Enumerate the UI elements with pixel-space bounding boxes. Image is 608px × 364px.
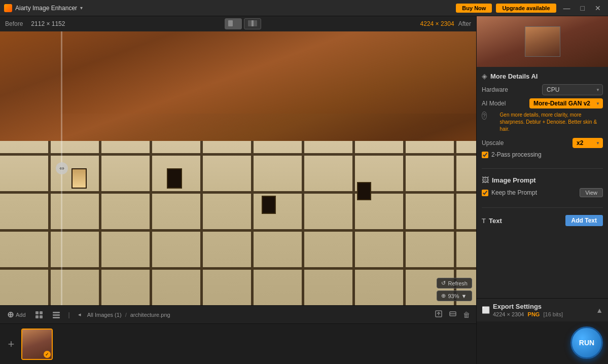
divider-handle-icon[interactable]: ⇔ <box>56 162 68 174</box>
upscale-select[interactable]: x2 x3 x4 <box>573 138 603 148</box>
svg-rect-5 <box>40 311 43 314</box>
app-icon <box>4 4 12 12</box>
split-view-button[interactable] <box>225 18 242 29</box>
after-dimensions: 4224 × 2304 <box>420 20 454 27</box>
image-viewer[interactable]: ⇔ ↺ Refresh ⊕ 93% ▼ <box>0 31 476 305</box>
breadcrumb-path: All Images (1) <box>87 312 122 318</box>
titlebar-left: Aiarty Image Enhancer ▾ <box>4 4 83 12</box>
ai-description-row: ? Gen more details, more clarity, more s… <box>482 112 603 135</box>
zoom-button[interactable]: ⊕ 93% ▼ <box>437 290 472 301</box>
text-section: T Text Add Text <box>482 215 603 229</box>
delete-button[interactable]: 🗑 <box>461 310 472 320</box>
hardware-row: Hardware CPU GPU <box>482 84 603 95</box>
image-prompt-title: Image Prompt <box>492 176 536 184</box>
right-panel: ◈ More Details AI Hardware CPU GPU AI <box>476 16 608 364</box>
ai-model-select[interactable]: More-Detail GAN v2 More-Detail GAN v1 St… <box>529 98 603 108</box>
titlebar-dropdown-icon[interactable]: ▾ <box>80 5 83 11</box>
add-thumbnail-button[interactable]: + <box>4 337 18 351</box>
add-button[interactable]: ⊕ Add <box>4 309 29 320</box>
svg-rect-8 <box>53 312 60 313</box>
two-pass-row: 2-Pass processing <box>482 151 603 158</box>
ai-model-select-wrapper: More-Detail GAN v2 More-Detail GAN v1 St… <box>529 98 603 108</box>
ai-model-label: AI Model <box>482 100 506 107</box>
canvas-topbar: Before 2112 × 1152 4224 <box>0 16 476 31</box>
export-header: ⬜ Export Settings 4224 × 2304 PNG [16 bi… <box>482 303 603 317</box>
svg-rect-4 <box>35 311 39 314</box>
keep-prompt-checkbox[interactable] <box>482 190 488 196</box>
export-format: PNG <box>528 311 540 317</box>
ai-description: Gen more details, more clarity, more sha… <box>490 112 603 133</box>
section-header: ◈ More Details AI <box>482 72 603 80</box>
prompt-section-header: 🖼 Image Prompt <box>482 176 603 184</box>
breadcrumb-sep: / <box>125 312 127 318</box>
close-button[interactable]: ✕ <box>592 3 604 13</box>
before-label: Before <box>5 20 23 27</box>
hardware-select[interactable]: CPU GPU <box>542 84 603 95</box>
keep-prompt-row: Keep the Prompt View <box>482 188 603 197</box>
window-2 <box>167 168 182 189</box>
breadcrumb-area: All Images (1) / architecture.png <box>87 312 430 318</box>
image-content <box>0 31 476 305</box>
export-details: 4224 × 2304 PNG [16 bits] <box>493 311 563 317</box>
after-label: After <box>458 20 471 27</box>
app-title: Aiarty Image Enhancer <box>15 5 77 12</box>
svg-rect-7 <box>40 315 43 318</box>
export-bits: [16 bits] <box>543 311 563 317</box>
thumbnail-item[interactable]: ✓ <box>21 329 53 360</box>
fit-view-button[interactable] <box>433 309 445 320</box>
window-1 <box>71 168 87 189</box>
svg-rect-9 <box>53 314 60 316</box>
keep-prompt-label: Keep the Prompt <box>491 189 537 196</box>
add-icon: ⊕ <box>7 310 14 319</box>
minimize-button[interactable]: — <box>560 3 574 13</box>
panel-content: ◈ More Details AI Hardware CPU GPU AI <box>477 67 608 298</box>
buy-now-button[interactable]: Buy Now <box>456 4 492 13</box>
compare-divider[interactable]: ⇔ <box>61 31 62 305</box>
restore-button[interactable]: □ <box>578 3 588 13</box>
canvas-bottombar: ⊕ Add | ◂ All Ima <box>0 305 476 323</box>
collapse-export-button[interactable]: ▲ <box>596 306 603 314</box>
toggle-view-button[interactable] <box>244 18 261 29</box>
view-prompt-button[interactable]: View <box>580 188 603 197</box>
upgrade-button[interactable]: Upgrade available <box>496 4 556 13</box>
add-text-button[interactable]: Add Text <box>565 215 603 226</box>
nav-prev-button[interactable]: ◂ <box>75 310 84 319</box>
zoom-fit-button[interactable] <box>447 309 459 320</box>
zoom-dropdown-icon: ▼ <box>461 293 467 299</box>
thumbnail-check-icon: ✓ <box>44 351 51 358</box>
two-pass-label: 2-Pass processing <box>491 151 542 158</box>
list-view-button[interactable] <box>49 310 63 320</box>
details-ai-icon: ◈ <box>482 72 487 80</box>
canvas-area: Before 2112 × 1152 4224 <box>0 16 476 364</box>
titlebar: Aiarty Image Enhancer ▾ Buy Now Upgrade … <box>0 0 608 16</box>
export-dims: 4224 × 2304 <box>493 311 524 317</box>
svg-rect-0 <box>228 20 233 26</box>
grid-view-button[interactable] <box>32 310 46 320</box>
two-pass-checkbox[interactable] <box>482 152 488 158</box>
help-icon[interactable]: ? <box>482 112 487 120</box>
svg-rect-10 <box>53 317 60 318</box>
view-toggle <box>225 18 261 29</box>
preview-image <box>525 26 560 57</box>
timber-overlay <box>0 141 476 305</box>
run-button[interactable]: RUN <box>570 326 603 359</box>
refresh-button[interactable]: ↺ Refresh <box>437 278 472 288</box>
upscale-select-wrapper: x2 x3 x4 <box>573 138 603 148</box>
svg-rect-3 <box>252 20 254 26</box>
hardware-label: Hardware <box>482 86 508 93</box>
export-icon: ⬜ <box>482 306 490 314</box>
preview-thumbnail <box>477 16 608 67</box>
window-3 <box>262 196 276 214</box>
text-icon: T <box>482 217 486 225</box>
refresh-icon: ↺ <box>441 280 446 286</box>
more-details-section: ◈ More Details AI Hardware CPU GPU AI <box>482 72 603 161</box>
zoom-icon: ⊕ <box>441 293 446 299</box>
thumbnail-strip: + ✓ <box>0 323 476 364</box>
export-title: Export Settings <box>493 303 563 310</box>
svg-rect-6 <box>35 315 39 318</box>
breadcrumb-file: architecture.png <box>130 312 170 318</box>
bottom-right-buttons: 🗑 <box>433 309 472 320</box>
main-layout: Before 2112 × 1152 4224 <box>0 16 608 364</box>
export-section: ⬜ Export Settings 4224 × 2304 PNG [16 bi… <box>477 298 608 321</box>
run-area: RUN <box>477 321 608 364</box>
